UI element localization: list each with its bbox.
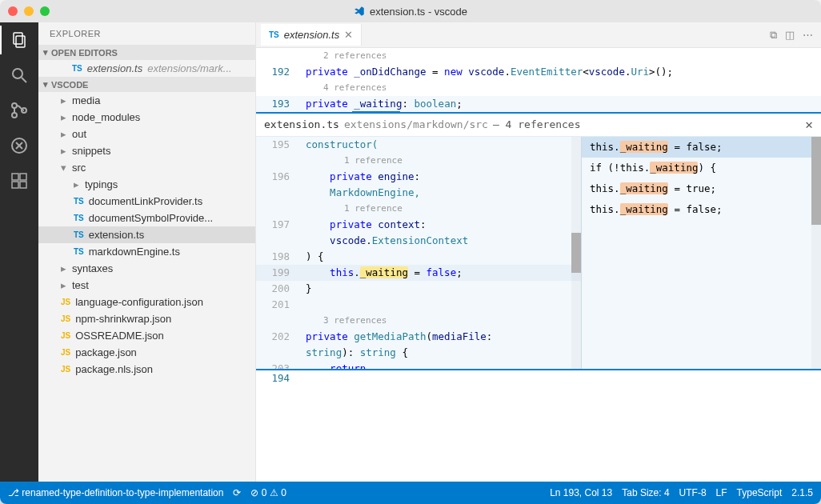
file-item[interactable]: TSdocumentSymbolProvide...	[38, 210, 255, 226]
chevron-right-icon: ▸	[74, 178, 80, 190]
close-tab-icon[interactable]: ✕	[344, 29, 353, 41]
eol-status[interactable]: LF	[716, 487, 727, 498]
activity-bar	[0, 22, 38, 482]
line-number	[256, 233, 299, 249]
editor-pane: TS extension.ts ✕ ⧉ ◫ ⋯ 2 references 192…	[256, 22, 821, 482]
js-file-icon: JS	[61, 298, 70, 306]
find-references-icon[interactable]: ⧉	[770, 29, 777, 42]
codelens[interactable]: 1 reference	[256, 153, 581, 169]
chevron-right-icon: ▸	[61, 111, 67, 123]
line-number: 201	[256, 297, 299, 313]
search-icon[interactable]	[10, 66, 29, 85]
svg-rect-1	[16, 36, 25, 47]
codelens[interactable]: 3 references	[256, 313, 581, 329]
ts-file-icon: TS	[269, 30, 279, 39]
tab-extension[interactable]: TS extension.ts ✕	[261, 24, 362, 46]
line-number: 193	[256, 96, 299, 112]
problems-status[interactable]: ⊘ 0 ⚠ 0	[250, 487, 286, 498]
ts-file-icon: TS	[72, 64, 82, 73]
encoding-status[interactable]: UTF-8	[679, 487, 707, 498]
chevron-down-icon: ▾	[43, 47, 48, 58]
line-number: 200	[256, 281, 299, 297]
more-icon[interactable]: ⋯	[803, 29, 813, 42]
line-number: 195	[256, 137, 299, 153]
file-item[interactable]: JSpackage.nls.json	[38, 361, 255, 378]
sync-status[interactable]: ⟳	[233, 487, 241, 498]
svg-point-2	[13, 69, 22, 78]
version-status[interactable]: 2.1.5	[791, 487, 813, 498]
codelens[interactable]: 4 references	[256, 80, 821, 96]
code-line[interactable]: private _onDidChange = new vscode.EventE…	[299, 64, 821, 80]
open-editor-item[interactable]: TS extension.ts extensions/mark...	[38, 60, 255, 77]
file-item[interactable]: TSmarkdownEngine.ts	[38, 243, 255, 260]
svg-rect-0	[14, 33, 22, 44]
folder-item[interactable]: ▸media	[38, 92, 255, 109]
line-number: 203	[256, 361, 299, 369]
reference-item[interactable]: if (!this._waiting) {	[582, 158, 821, 178]
folder-item[interactable]: ▸node_modules	[38, 109, 255, 126]
ts-file-icon: TS	[74, 247, 84, 256]
peek-code[interactable]: 195constructor( 1 reference 196 private …	[256, 137, 581, 369]
scrollbar-thumb[interactable]	[571, 233, 581, 273]
file-item[interactable]: JSpackage.json	[38, 344, 255, 361]
file-item[interactable]: TSdocumentLinkProvider.ts	[38, 193, 255, 210]
debug-icon[interactable]	[10, 136, 29, 155]
file-item[interactable]: JSnpm-shrinkwrap.json	[38, 310, 255, 327]
folder-item[interactable]: ▸typings	[38, 176, 255, 193]
reference-item[interactable]: this._waiting = false;	[582, 199, 821, 220]
js-file-icon: JS	[61, 331, 70, 340]
folder-item[interactable]: ▸out	[38, 126, 255, 142]
folder-item[interactable]: ▸test	[38, 277, 255, 294]
line-number: 198	[256, 249, 299, 265]
tabsize-status[interactable]: Tab Size: 4	[622, 487, 669, 498]
cursor-position-status[interactable]: Ln 193, Col 13	[550, 487, 612, 498]
workspace-section[interactable]: ▾VSCODE	[38, 77, 255, 92]
reference-item[interactable]: this._waiting = true;	[582, 178, 821, 199]
codelens[interactable]: 2 references	[256, 48, 821, 64]
file-item-selected[interactable]: TSextension.ts	[38, 226, 255, 243]
close-window-button[interactable]	[8, 6, 18, 16]
scrollbar-thumb[interactable]	[811, 137, 821, 225]
chevron-right-icon: ▸	[61, 279, 67, 291]
extensions-icon[interactable]	[10, 171, 29, 190]
vscode-icon	[354, 6, 365, 17]
editor-body[interactable]: 2 references 192private _onDidChange = n…	[256, 48, 821, 482]
js-file-icon: JS	[61, 314, 70, 323]
ts-file-icon: TS	[74, 230, 84, 239]
chevron-down-icon: ▾	[61, 162, 67, 174]
minimize-window-button[interactable]	[24, 6, 34, 16]
language-status[interactable]: TypeScript	[737, 487, 783, 498]
split-editor-icon[interactable]: ◫	[785, 29, 795, 42]
git-branch-status[interactable]: ⎇ renamed-type-definition-to-type-implem…	[8, 487, 223, 498]
close-peek-icon[interactable]: ✕	[805, 117, 813, 133]
peek-reference-list: this._waiting = false; if (!this._waitin…	[581, 137, 821, 369]
svg-rect-10	[20, 182, 26, 188]
folder-item-src[interactable]: ▾src	[38, 159, 255, 176]
titlebar: extension.ts - vscode	[0, 0, 821, 22]
chevron-right-icon: ▸	[61, 145, 67, 157]
line-number	[256, 345, 299, 361]
source-control-icon[interactable]	[10, 101, 29, 120]
peek-references-view: extension.ts extensions/markdown/src – 4…	[256, 112, 821, 370]
maximize-window-button[interactable]	[40, 6, 50, 16]
reference-item[interactable]: this._waiting = false;	[582, 137, 821, 158]
file-item[interactable]: JSlanguage-configuration.json	[38, 294, 255, 310]
svg-line-3	[22, 78, 26, 82]
open-editors-section[interactable]: ▾OPEN EDITORS	[38, 45, 255, 60]
js-file-icon: JS	[61, 365, 70, 374]
chevron-right-icon: ▸	[61, 128, 67, 140]
folder-item[interactable]: ▸syntaxes	[38, 260, 255, 277]
code-line[interactable]: private _waiting: boolean;	[299, 96, 821, 112]
vscode-window: extension.ts - vscode EXPLORER ▾OPEN EDI…	[0, 0, 821, 504]
sidebar-title: EXPLORER	[38, 22, 255, 45]
line-number: 199	[256, 265, 299, 281]
chevron-down-icon: ▾	[43, 79, 48, 90]
code-line[interactable]	[299, 370, 821, 386]
svg-rect-9	[12, 182, 18, 188]
folder-item[interactable]: ▸snippets	[38, 142, 255, 159]
line-number: 197	[256, 217, 299, 233]
explorer-icon[interactable]	[10, 30, 29, 50]
file-item[interactable]: JSOSSREADME.json	[38, 327, 255, 344]
line-number: 196	[256, 169, 299, 185]
codelens[interactable]: 1 reference	[256, 201, 581, 217]
